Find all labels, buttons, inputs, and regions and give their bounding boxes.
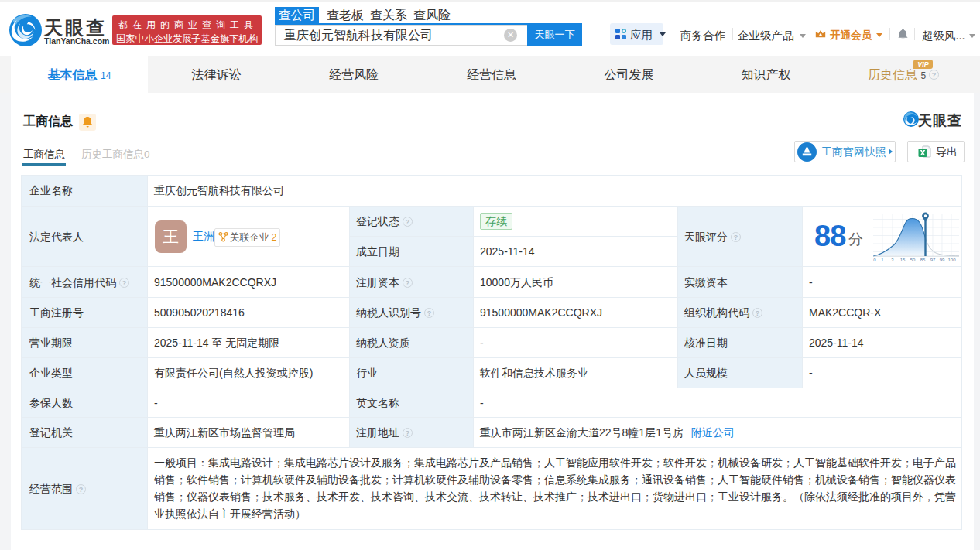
svg-text:1: 1 — [881, 258, 884, 262]
svg-text:3: 3 — [891, 258, 894, 262]
svg-text:100: 100 — [947, 258, 956, 262]
svg-text:85: 85 — [920, 258, 926, 262]
svg-text:15: 15 — [900, 258, 906, 262]
svg-text:99: 99 — [940, 258, 945, 262]
svg-text:97: 97 — [930, 258, 936, 262]
svg-text:50: 50 — [910, 258, 916, 262]
svg-text:0: 0 — [873, 258, 876, 262]
